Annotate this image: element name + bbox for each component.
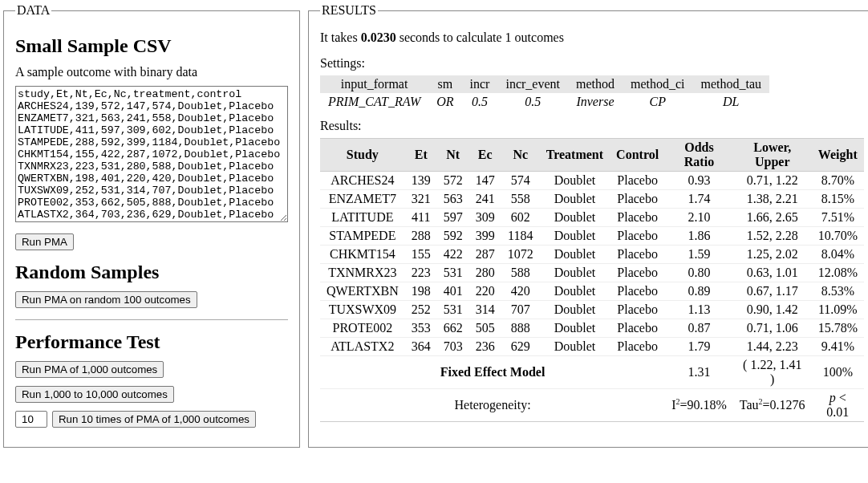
table-row: ARCHES24139572147574DoubletPlacebo0.930.… xyxy=(320,172,864,190)
settings-label: Settings: xyxy=(320,56,864,71)
settings-header: incr xyxy=(462,75,498,93)
results-panel: RESULTS It takes 0.0230 seconds to calcu… xyxy=(308,3,868,448)
csv-textarea[interactable] xyxy=(15,86,288,222)
results-header: Lower, Upper xyxy=(733,139,812,172)
table-row: LATITUDE411597309602DoubletPlacebo2.101.… xyxy=(320,209,864,227)
small-sample-title: Small Sample CSV xyxy=(15,35,288,57)
settings-table: input_formatsmincrincr_eventmethodmethod… xyxy=(320,75,769,111)
data-panel: DATA Small Sample CSV A sample outcome w… xyxy=(3,3,300,448)
timing-value: 0.0230 xyxy=(361,30,396,44)
data-legend: DATA xyxy=(15,3,51,18)
settings-value: 0.5 xyxy=(462,93,498,111)
settings-header: sm xyxy=(428,75,461,93)
results-header: Control xyxy=(610,139,665,172)
settings-header: input_format xyxy=(320,75,428,93)
heterogeneity-row: Heterogeneity:I2=90.18%Tau2=0.1276p < 0.… xyxy=(320,389,864,422)
settings-value: 0.5 xyxy=(497,93,568,111)
results-table: StudyEtNtEcNcTreatmentControlOdds RatioL… xyxy=(320,138,864,422)
results-header: Weight xyxy=(812,139,864,172)
timing-sentence: It takes 0.0230 seconds to calculate 1 o… xyxy=(320,30,864,45)
table-row: PROTE002353662505888DoubletPlacebo0.870.… xyxy=(320,319,864,338)
results-header: Treatment xyxy=(540,139,610,172)
repeat-count-input[interactable] xyxy=(15,411,47,428)
table-row: TUXSWX09252531314707DoubletPlacebo1.130.… xyxy=(320,301,864,319)
run-1000-button[interactable]: Run PMA of 1,000 outcomes xyxy=(15,361,164,378)
settings-value: Inverse xyxy=(568,93,623,111)
table-row: STAMPEDE2885923991184DoubletPlacebo1.861… xyxy=(320,227,864,246)
settings-value: CP xyxy=(623,93,693,111)
results-legend: RESULTS xyxy=(320,3,378,18)
table-row: CHKMT1541554222871072DoubletPlacebo1.591… xyxy=(320,246,864,264)
settings-header: method_tau xyxy=(693,75,770,93)
fixed-effect-row: Fixed Effect Model1.31( 1.22, 1.41 )100% xyxy=(320,356,864,389)
performance-test-title: Performance Test xyxy=(15,331,288,353)
results-header: Ec xyxy=(469,139,501,172)
results-header: Nc xyxy=(501,139,540,172)
run-random-100-button[interactable]: Run PMA on random 100 outcomes xyxy=(15,291,197,308)
results-header: Study xyxy=(320,139,405,172)
run-n-times-button[interactable]: Run 10 times of PMA of 1,000 outcomes xyxy=(52,411,256,428)
settings-header: method xyxy=(568,75,623,93)
results-header: Odds Ratio xyxy=(665,139,733,172)
run-1000-10000-button[interactable]: Run 1,000 to 10,000 outcomes xyxy=(15,386,174,403)
settings-value: DL xyxy=(693,93,770,111)
results-header: Nt xyxy=(437,139,469,172)
table-row: QWERTXBN198401220420DoubletPlacebo0.890.… xyxy=(320,282,864,301)
divider xyxy=(15,319,288,320)
settings-value: OR xyxy=(428,93,461,111)
table-row: ATLASTX2364703236629DoubletPlacebo1.791.… xyxy=(320,338,864,356)
run-pma-button[interactable]: Run PMA xyxy=(15,233,74,250)
settings-value: PRIM_CAT_RAW xyxy=(320,93,428,111)
settings-header: method_ci xyxy=(623,75,693,93)
table-row: ENZAMET7321563241558DoubletPlacebo1.741.… xyxy=(320,190,864,209)
table-row: TXNMRX23223531280588DoubletPlacebo0.800.… xyxy=(320,264,864,282)
settings-header: incr_event xyxy=(497,75,568,93)
random-samples-title: Random Samples xyxy=(15,262,288,283)
results-label: Results: xyxy=(320,119,864,133)
results-header: Et xyxy=(405,139,437,172)
small-sample-desc: A sample outcome with binary data xyxy=(15,65,288,79)
